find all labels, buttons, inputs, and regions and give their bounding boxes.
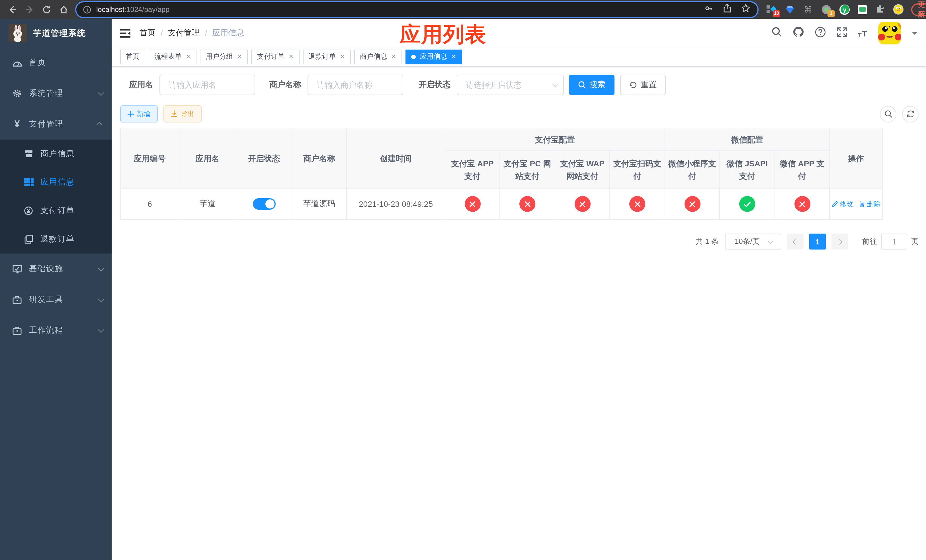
group-alipay-config: 支付宝配置	[445, 128, 665, 151]
command-extension-icon[interactable]: ⌘	[803, 4, 813, 15]
coin-yen-icon	[22, 206, 35, 215]
breadcrumb-separator: /	[160, 29, 163, 38]
close-icon[interactable]: ✕	[340, 53, 345, 60]
edit-button[interactable]: 修改	[831, 199, 853, 209]
delete-button[interactable]: 删除	[859, 199, 881, 209]
reload-icon[interactable]	[40, 3, 53, 16]
close-icon[interactable]: ✕	[391, 53, 396, 60]
active-dot	[411, 54, 416, 59]
sidebar-item-app-info[interactable]: 应用信息	[0, 168, 112, 197]
back-icon[interactable]	[6, 3, 20, 16]
extension-badge: 1	[828, 10, 835, 17]
app-logo-row[interactable]: 芋道管理系统	[0, 19, 112, 47]
app-name-input[interactable]	[159, 75, 255, 95]
tampermonkey-extension-icon[interactable]: 10	[767, 4, 777, 15]
sidebar-item-pay-order[interactable]: 支付订单	[0, 197, 112, 225]
status-switch[interactable]	[253, 198, 275, 210]
sidebar-collapse-icon[interactable]	[120, 28, 130, 38]
profile-avatar-icon[interactable]	[893, 4, 903, 15]
col-alipay-qr: 支付宝扫码支付	[610, 151, 665, 188]
breadcrumb-home[interactable]: 首页	[139, 28, 156, 38]
briefcase-icon	[11, 326, 23, 335]
gem-extension-icon[interactable]	[785, 4, 795, 15]
tab-process-form[interactable]: 流程表单✕	[149, 49, 197, 64]
reset-button[interactable]: 重置	[620, 75, 666, 95]
add-button[interactable]: 新增	[120, 105, 158, 123]
breadcrumb-payment[interactable]: 支付管理	[168, 28, 200, 38]
tab-merchant-info[interactable]: 商户信息✕	[354, 49, 402, 64]
app-logo-rabbit	[9, 24, 27, 42]
close-icon[interactable]: ✕	[237, 53, 242, 60]
reset-button-label: 重置	[641, 80, 657, 90]
bookmark-star-icon[interactable]	[741, 3, 750, 15]
extensions-puzzle-icon[interactable]	[875, 4, 885, 15]
cell-merchant: 芋道源码	[292, 188, 346, 219]
yudao-extension-icon[interactable]: y	[840, 4, 850, 15]
next-page-button[interactable]	[831, 233, 848, 250]
url-path: :1024/pay/app	[124, 5, 170, 14]
sidebar-item-dev-tools[interactable]: 研发工具	[0, 284, 112, 315]
sidebar-item-label: 支付管理	[29, 119, 63, 129]
screen: localhost:1024/pay/app 10 ⌘	[0, 0, 926, 560]
sidebar-item-payment[interactable]: ¥ 支付管理	[0, 109, 112, 139]
col-created: 创建时间	[346, 128, 445, 188]
close-icon[interactable]: ✕	[451, 53, 456, 60]
sidebar-item-infrastructure[interactable]: 基础设施	[0, 254, 112, 284]
status-select-input[interactable]	[457, 75, 564, 95]
col-status: 开启状态	[236, 128, 292, 188]
fullscreen-icon[interactable]	[836, 26, 847, 39]
sidebar-item-workflow[interactable]: 工作流程	[0, 315, 112, 346]
col-actions: 操作	[829, 128, 882, 188]
tab-home[interactable]: 首页	[120, 49, 145, 64]
caret-down-icon[interactable]	[912, 32, 917, 37]
browser-update-button[interactable]: 更新	[911, 3, 926, 16]
page-size-select[interactable]: 10条/页	[725, 233, 781, 250]
tab-app-info[interactable]: 应用信息✕	[406, 49, 462, 64]
switcher-extension-icon[interactable]: 1	[821, 4, 831, 15]
github-icon[interactable]	[793, 26, 804, 40]
url-bar[interactable]: localhost:1024/pay/app	[76, 2, 757, 17]
sidebar-item-system[interactable]: 系统管理	[0, 78, 112, 109]
search-button[interactable]: 搜索	[569, 75, 614, 95]
share-icon[interactable]	[723, 3, 732, 15]
home-icon[interactable]	[57, 3, 71, 16]
switch-knob	[265, 200, 274, 209]
password-key-icon[interactable]	[704, 3, 714, 15]
refresh-button[interactable]	[902, 106, 918, 122]
sidebar-item-refund-order[interactable]: 退款订单	[0, 225, 112, 254]
page-number-current[interactable]: 1	[809, 233, 826, 250]
table-row: 6 芋道 芋道源码 2021-10-23 08:49:25	[121, 188, 882, 219]
site-info-icon[interactable]	[83, 5, 91, 14]
tab-refund-order[interactable]: 退款订单✕	[303, 49, 351, 64]
toggle-search-button[interactable]	[880, 106, 896, 122]
merchant-name-label: 商户名称	[269, 80, 301, 90]
cell-app-id: 6	[121, 188, 179, 219]
status-select[interactable]	[457, 75, 564, 95]
sidebar-item-home[interactable]: 首页	[0, 47, 112, 78]
tab-user-group[interactable]: 用户分组✕	[200, 49, 248, 64]
cell-wechat-jsapi	[720, 188, 775, 219]
merchant-name-input[interactable]	[307, 75, 403, 95]
url-host: localhost	[96, 5, 124, 14]
goto-page-input[interactable]	[881, 233, 907, 250]
sidebar-item-merchant-info[interactable]: 商户信息	[0, 139, 112, 168]
chevron-down-icon	[768, 238, 773, 244]
search-icon[interactable]	[772, 27, 782, 39]
extensions-row: 10 ⌘ 1 y	[767, 4, 903, 15]
close-icon[interactable]: ✕	[186, 53, 191, 60]
chevron-down-icon	[98, 296, 104, 302]
tab-pay-order[interactable]: 支付订单✕	[251, 49, 299, 64]
status-label: 开启状态	[419, 80, 451, 90]
chat-extension-icon[interactable]	[858, 5, 867, 14]
col-wechat-jsapi: 微信 JSAPI 支付	[720, 151, 775, 188]
chevron-right-icon	[837, 239, 843, 244]
user-avatar[interactable]	[878, 22, 901, 44]
help-question-icon[interactable]	[815, 26, 826, 39]
filter-form: 应用名 商户名称 开启状态 搜索 重置	[120, 75, 918, 95]
chevron-left-icon	[793, 239, 798, 244]
font-size-icon[interactable]: TT	[858, 28, 867, 38]
export-button[interactable]: 导出	[163, 105, 201, 123]
channel-status-icon	[739, 196, 755, 212]
prev-page-button[interactable]	[787, 233, 803, 250]
close-icon[interactable]: ✕	[289, 53, 294, 60]
